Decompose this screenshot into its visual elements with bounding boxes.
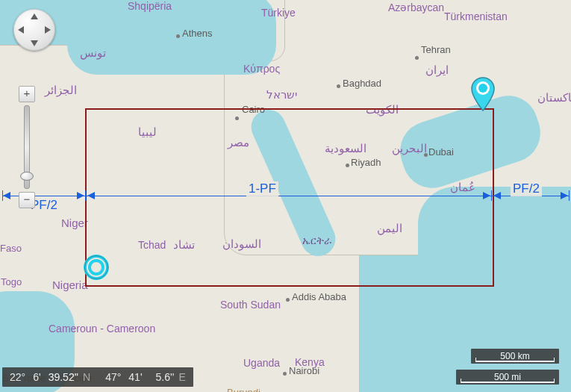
pin-icon <box>470 77 496 111</box>
city-dot-tehran <box>415 56 419 60</box>
city-dot-baghdad <box>337 84 340 88</box>
arrow-right-seg2 <box>483 192 490 199</box>
measure-tick-left-box <box>85 190 86 201</box>
lat-sec: 39.52'' <box>49 371 78 383</box>
scalebar-km-label: 500 km <box>500 351 529 361</box>
map-marker-ne[interactable] <box>470 77 496 111</box>
pan-south-icon[interactable] <box>31 40 38 46</box>
lat-deg: 22° <box>10 371 25 383</box>
scalebar-mi-label: 500 mi <box>494 372 521 382</box>
measure-label-mid: 1-PF <box>246 181 278 196</box>
arrow-right-seg1 <box>77 192 84 199</box>
measure-label-right: PF/2 <box>511 181 542 196</box>
measure-tick-right-box <box>491 190 492 201</box>
zoom-control: + − <box>19 86 35 208</box>
city-dot-addis <box>286 298 290 302</box>
map-viewport[interactable]: Shqipëria Türkiye Azərbaycan Türkmenista… <box>0 0 571 392</box>
zoom-track[interactable] <box>24 105 30 189</box>
coordinate-readout: 22° 6' 39.52'' N 47° 41' 5.6'' E <box>2 367 193 387</box>
scalebar-km: 500 km <box>471 349 559 364</box>
svg-point-3 <box>90 261 103 274</box>
lat-hemi: N <box>83 371 90 383</box>
scalebar-mi: 500 mi <box>456 370 559 385</box>
map-marker-sw[interactable] <box>83 254 110 281</box>
lon-hemi: E <box>178 371 185 383</box>
city-dot-nairobi <box>283 372 287 376</box>
pan-east-icon[interactable] <box>45 26 51 34</box>
med-sea <box>67 0 276 75</box>
arrow-left-seg3 <box>493 192 501 199</box>
lon-min: 41' <box>128 371 142 383</box>
pan-control[interactable] <box>13 9 55 51</box>
ring-icon <box>83 254 110 281</box>
city-dot-athens <box>176 34 180 38</box>
region-burundi: Burundi <box>227 387 260 392</box>
arrow-right-outer <box>561 192 568 199</box>
arrow-left-outer <box>3 192 10 199</box>
svg-point-1 <box>478 84 487 93</box>
zoom-in-button[interactable]: + <box>19 86 35 102</box>
lon-deg: 47° <box>105 371 121 383</box>
arrow-left-seg2 <box>87 192 95 199</box>
lat-min: 6' <box>33 371 40 383</box>
zoom-out-button[interactable]: − <box>19 192 35 208</box>
pan-west-icon[interactable] <box>18 26 24 34</box>
pan-north-icon[interactable] <box>31 13 38 19</box>
lon-sec: 5.6'' <box>156 371 175 383</box>
zoom-thumb[interactable] <box>20 172 34 181</box>
padding-bbox <box>85 108 494 287</box>
measure-tick-end <box>569 190 570 201</box>
